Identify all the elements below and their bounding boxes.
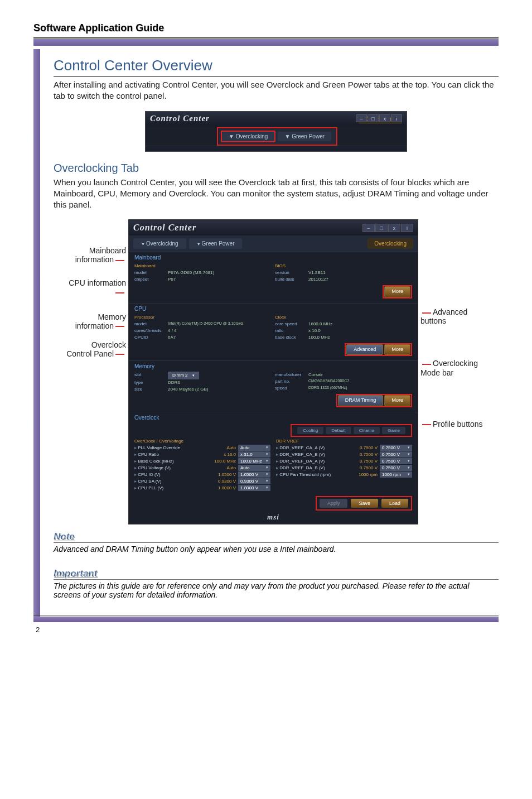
label: model: [134, 269, 168, 276]
block-title: Memory: [134, 363, 412, 369]
ov-left-head: OverClock / OverVoltage: [134, 439, 270, 444]
note-body: Advanced and DRAM Timing button only app…: [54, 542, 499, 553]
ov-value: x 16.0: [211, 452, 236, 457]
value: P67A-GD65 (MS-7681): [168, 269, 214, 276]
sub-head: Processor: [134, 314, 272, 321]
ov-select[interactable]: 100.0 MHz: [238, 458, 270, 464]
mode-cooling[interactable]: Cooling: [297, 427, 323, 434]
value: 2048 MBytes (2 GB): [168, 386, 208, 393]
close-icon[interactable]: x: [388, 224, 400, 232]
slot-select[interactable]: Dimm 2: [168, 372, 199, 379]
footer-band: [33, 617, 499, 622]
note-heading: Note: [54, 531, 75, 542]
ov-label: CPU SA (V): [134, 479, 209, 484]
more-button[interactable]: More: [384, 395, 410, 406]
ov-row: PLL Voltage OverrideAutoAuto: [134, 445, 270, 451]
ov-label: DDR_VREF_DA_B (V): [276, 465, 351, 470]
ov-select[interactable]: x 31.0: [238, 451, 270, 458]
mode-default[interactable]: Default: [326, 427, 351, 434]
tab-overclocking[interactable]: Overclocking: [133, 238, 186, 249]
mode-game[interactable]: Game: [382, 427, 405, 434]
window-buttons[interactable]: –□xi: [355, 114, 402, 122]
ov-select[interactable]: 1.8000 V: [238, 485, 270, 491]
ov-select[interactable]: Auto: [238, 465, 270, 471]
minimize-icon[interactable]: –: [356, 114, 367, 122]
value: Intel(R) Core(TM) i5-2400 CPU @ 3.10GHz: [168, 321, 243, 328]
tab-label: Overclocking: [236, 133, 268, 139]
save-button[interactable]: Save: [351, 499, 378, 508]
ov-value: Auto: [211, 445, 236, 450]
value: Corsair: [308, 372, 323, 378]
ov-select[interactable]: 0.7500 V: [380, 451, 412, 458]
callout-mainboard: Mainboard information: [65, 246, 126, 264]
ov-select[interactable]: 0.7500 V: [380, 465, 412, 471]
label: manufacturer: [275, 372, 308, 378]
ov-label: CPU Fan Threshold (rpm): [276, 472, 351, 477]
value: 20110127: [308, 276, 328, 283]
label: size: [134, 386, 168, 393]
section-title: Control Center Overview: [54, 57, 499, 77]
block-title: CPU: [134, 306, 412, 312]
more-button[interactable]: More: [384, 286, 410, 297]
info-icon[interactable]: i: [401, 224, 413, 232]
ov-select[interactable]: 1.0500 V: [238, 471, 270, 478]
close-icon[interactable]: x: [379, 114, 390, 122]
callout-advanced: Advanced buttons: [420, 307, 487, 325]
ov-value: 0.7500 V: [353, 465, 378, 470]
tab-greenpower[interactable]: Green Power: [189, 238, 243, 249]
label: build date: [275, 276, 308, 283]
value: 6A7: [168, 334, 176, 341]
divider: [33, 37, 499, 38]
value: 1600.0 MHz: [308, 321, 332, 328]
dram-timing-button[interactable]: DRAM Timing: [338, 395, 384, 406]
ov-select[interactable]: 1000 rpm: [380, 471, 412, 478]
label: base clock: [275, 334, 308, 341]
advanced-button[interactable]: Advanced: [346, 344, 383, 355]
label: slot: [134, 372, 168, 379]
label: part no.: [275, 378, 308, 385]
ov-row: DDR_VREF_CA_A (V)0.7500 V0.7500 V: [276, 445, 412, 451]
ov-value: Auto: [211, 465, 236, 470]
load-button[interactable]: Load: [381, 499, 408, 508]
apply-button[interactable]: Apply: [320, 499, 348, 508]
status-badge: Overclocking: [367, 238, 413, 249]
subsection-intro: When you launch Control Center, you will…: [54, 177, 499, 211]
minimize-icon[interactable]: –: [362, 224, 375, 232]
ov-label: DDR_VREF_CA_B (V): [276, 452, 351, 457]
more-button[interactable]: More: [384, 344, 410, 355]
app-logo: Control Center: [133, 223, 196, 233]
value: 100.0 MHz: [308, 334, 330, 341]
tab-overclocking[interactable]: ▼ Overclocking: [221, 131, 276, 142]
ov-right-head: DDR VREF: [276, 439, 412, 444]
ov-row: DDR_VREF_DA_B (V)0.7500 V0.7500 V: [276, 465, 412, 471]
maximize-icon[interactable]: □: [375, 224, 388, 232]
memory-block: Memory slotDimm 2 typeDDR3 size2048 MByt…: [129, 360, 418, 412]
ov-label: DDR_VREF_CA_A (V): [276, 445, 351, 450]
label: ratio: [275, 328, 308, 334]
ov-value: 1.0500 V: [211, 472, 236, 477]
label: speed: [275, 385, 308, 392]
ov-value: 100.0 MHz: [211, 459, 236, 464]
ov-select[interactable]: 0.9300 V: [238, 478, 270, 484]
value: DDR3: [168, 379, 180, 386]
info-icon[interactable]: i: [391, 114, 402, 122]
callout-modebar: Overclocking Mode bar: [420, 359, 487, 377]
ov-row: Base Clock (MHz)100.0 MHz100.0 MHz: [134, 458, 270, 464]
block-title: Mainboard: [134, 254, 412, 261]
value: V1.8B11: [308, 269, 326, 276]
ov-select[interactable]: 0.7500 V: [380, 445, 412, 451]
ov-row: CPU PLL (V)1.8000 V1.8000 V: [134, 485, 270, 491]
ov-select[interactable]: 0.7500 V: [380, 458, 412, 464]
screenshot-big: Control Center –□xi Overclocking Green P…: [128, 219, 418, 524]
mode-cinema[interactable]: Cinema: [354, 427, 380, 434]
ov-label: Base Clock (MHz): [134, 459, 209, 464]
maximize-icon[interactable]: □: [367, 114, 379, 122]
value: x 16.0: [308, 328, 321, 334]
window-buttons[interactable]: –□xi: [362, 224, 413, 232]
ov-value: 0.7500 V: [353, 445, 378, 450]
tab-greenpower[interactable]: ▼ Green Power: [278, 132, 331, 141]
ov-select[interactable]: Auto: [238, 445, 270, 451]
tab-label: Green Power: [292, 133, 325, 139]
important-body: The pictures in this guide are for refer…: [54, 579, 499, 599]
ov-row: CPU SA (V)0.9300 V0.9300 V: [134, 478, 270, 484]
